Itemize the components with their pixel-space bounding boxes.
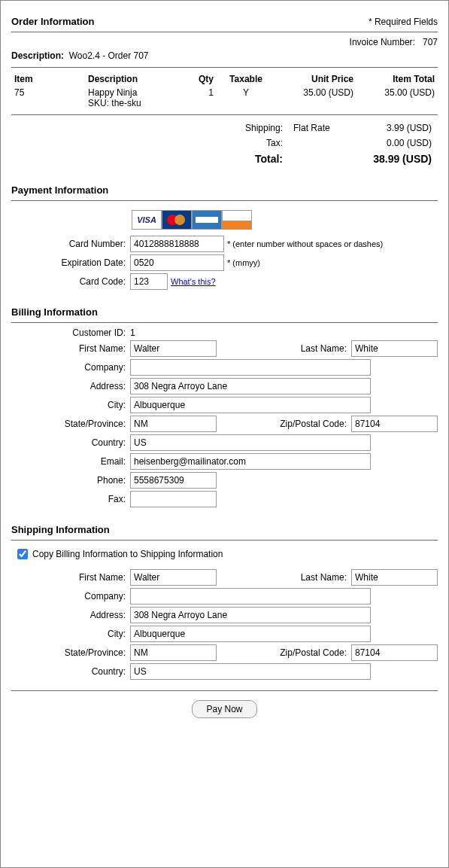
ship-state-label: State/Province: (11, 647, 130, 658)
bill-address-input[interactable] (130, 378, 371, 394)
divider (11, 322, 438, 323)
divider (11, 32, 438, 32)
cell-taxable: Y (217, 86, 275, 110)
item-sku: SKU: the-sku (88, 98, 141, 108)
invoice-line: Invoice Number: 707 (11, 37, 438, 47)
cell-item: 75 (11, 86, 85, 110)
customer-id-value: 1 (130, 327, 135, 338)
shipping-method: Flat Rate (289, 121, 358, 135)
required-fields-note: * Required Fields (369, 17, 438, 27)
bill-city-input[interactable] (130, 397, 371, 413)
ship-country-label: Country: (11, 666, 130, 677)
bill-zip-input[interactable] (351, 416, 438, 432)
divider (11, 200, 438, 201)
order-title: Order Information (11, 16, 95, 27)
shipping-title: Shipping Information (11, 524, 438, 535)
bill-phone-input[interactable] (130, 472, 217, 489)
ship-zip-input[interactable] (351, 644, 438, 661)
cell-description: Happy Ninja SKU: the-sku (85, 86, 181, 110)
expiration-hint: * (mmyy) (227, 258, 260, 267)
table-header-row: Item Description Qty Taxable Unit Price … (11, 72, 438, 86)
order-form: Order Information * Required Fields Invo… (0, 0, 449, 868)
discover-icon (222, 210, 252, 230)
col-unit-price: Unit Price (275, 72, 356, 86)
ship-city-label: City: (11, 629, 130, 639)
bill-state-label: State/Province: (11, 419, 130, 429)
card-number-input[interactable] (130, 236, 224, 252)
card-number-hint: * (enter number without spaces or dashes… (227, 239, 383, 248)
ship-company-label: Company: (11, 591, 130, 602)
bill-first-name-input[interactable] (130, 340, 217, 357)
visa-icon: VISA (132, 210, 162, 230)
items-table: Item Description Qty Taxable Unit Price … (11, 72, 438, 110)
bill-company-label: Company: (11, 362, 130, 373)
card-code-input[interactable] (130, 273, 168, 290)
col-item: Item (11, 72, 85, 86)
billing-title: Billing Information (11, 306, 438, 318)
whats-this-link[interactable]: What's this? (171, 277, 216, 286)
divider (11, 540, 438, 541)
ship-city-input[interactable] (130, 626, 371, 642)
bill-country-input[interactable] (130, 434, 371, 451)
bill-address-label: Address: (11, 381, 130, 391)
total-amount: 38.99 (USD) (360, 151, 436, 166)
table-row: 75 Happy Ninja SKU: the-sku 1 Y 35.00 (U… (11, 86, 438, 110)
bill-zip-label: Zip/Postal Code: (217, 419, 351, 429)
expiration-input[interactable] (130, 254, 224, 271)
invoice-label: Invoice Number: (350, 37, 415, 47)
ship-first-name-input[interactable] (130, 569, 217, 586)
col-item-total: Item Total (356, 72, 438, 86)
bill-last-name-label: Last Name: (217, 343, 351, 354)
totals-table: Shipping: Flat Rate 3.99 (USD) Tax: 0.00… (11, 120, 438, 168)
expiration-label: Expiration Date: (11, 257, 130, 268)
shipping-amount: 3.99 (USD) (360, 121, 436, 135)
ship-country-input[interactable] (130, 663, 371, 680)
ship-last-name-label: Last Name: (217, 572, 351, 583)
col-description: Description (85, 72, 181, 86)
card-number-label: Card Number: (11, 239, 130, 249)
ship-state-input[interactable] (130, 644, 217, 661)
divider (11, 67, 438, 68)
total-label: Total: (13, 151, 287, 166)
shipping-label: Shipping: (13, 121, 287, 135)
order-header: Order Information * Required Fields (11, 16, 438, 27)
item-name: Happy Ninja (88, 87, 137, 98)
cell-unit-price: 35.00 (USD) (275, 86, 356, 110)
bill-country-label: Country: (11, 437, 130, 448)
divider (11, 690, 438, 691)
ship-company-input[interactable] (130, 588, 371, 605)
pay-now-button[interactable]: Pay Now (192, 700, 256, 718)
payment-title: Payment Information (11, 184, 438, 196)
divider (11, 114, 438, 115)
invoice-number: 707 (423, 37, 438, 47)
bill-first-name-label: First Name: (11, 343, 130, 354)
copy-billing-checkbox[interactable] (17, 549, 28, 559)
bill-fax-label: Fax: (11, 494, 130, 504)
bill-company-input[interactable] (130, 359, 371, 376)
description-value: Woo2.4 - Order 707 (69, 50, 149, 61)
bill-email-label: Email: (11, 456, 130, 467)
customer-id-label: Customer ID: (11, 327, 130, 338)
bill-phone-label: Phone: (11, 475, 130, 486)
amex-icon (192, 210, 222, 230)
ship-first-name-label: First Name: (11, 572, 130, 583)
bill-email-input[interactable] (130, 453, 371, 470)
bill-city-label: City: (11, 400, 130, 410)
description-label: Description: (11, 50, 64, 61)
tax-amount: 0.00 (USD) (360, 136, 436, 150)
ship-address-label: Address: (11, 610, 130, 620)
tax-label: Tax: (13, 136, 287, 150)
ship-last-name-input[interactable] (351, 569, 438, 586)
col-taxable: Taxable (217, 72, 275, 86)
ship-address-input[interactable] (130, 607, 371, 623)
card-code-label: Card Code: (11, 276, 130, 287)
cell-item-total: 35.00 (USD) (356, 86, 438, 110)
bill-state-input[interactable] (130, 416, 217, 432)
col-qty: Qty (181, 72, 217, 86)
description-line: Description: Woo2.4 - Order 707 (11, 50, 438, 61)
mastercard-icon (162, 210, 192, 230)
bill-fax-input[interactable] (130, 491, 217, 507)
bill-last-name-input[interactable] (351, 340, 438, 357)
copy-billing-label: Copy Billing Information to Shipping Inf… (32, 549, 223, 559)
card-logos: VISA (132, 210, 438, 230)
